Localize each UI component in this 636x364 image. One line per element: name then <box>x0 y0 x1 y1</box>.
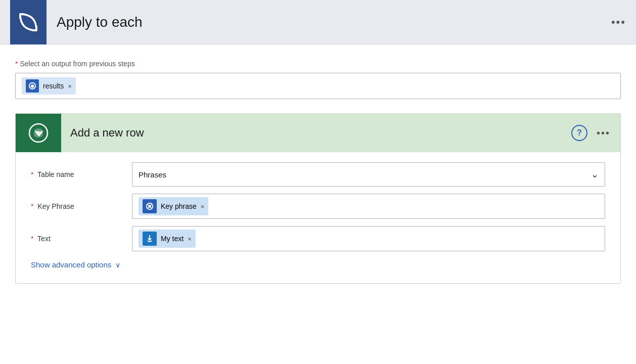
text-field[interactable]: My text × <box>132 226 605 251</box>
help-button[interactable]: ? <box>571 125 587 141</box>
key-phrase-field[interactable]: Key phrase × <box>132 194 605 219</box>
results-tag-close[interactable]: × <box>68 83 72 89</box>
key-phrase-tag[interactable]: Key phrase × <box>139 197 208 215</box>
table-name-value: Phrases <box>139 170 166 179</box>
key-phrase-required-star: * <box>31 202 33 210</box>
cognitive-icon <box>28 81 37 90</box>
key-phrase-tag-icon <box>143 199 157 213</box>
key-phrase-row: * Key Phrase Key phrase × <box>31 194 605 219</box>
key-phrase-label: * Key Phrase <box>31 202 132 210</box>
touch-icon <box>145 234 154 243</box>
card-header: Add a new row ? ••• <box>16 114 620 152</box>
loop-icon <box>18 12 38 32</box>
key-phrase-tag-label: Key phrase <box>161 202 197 210</box>
key-phrase-tag-close[interactable]: × <box>201 203 205 210</box>
header-more-button[interactable]: ••• <box>611 16 626 29</box>
header-icon <box>10 0 47 44</box>
table-name-dropdown[interactable]: Phrases ⌄ <box>132 162 605 187</box>
advanced-options-label: Show advanced options <box>31 260 111 269</box>
output-field[interactable]: results × <box>15 73 621 99</box>
header: Apply to each ••• <box>0 0 636 44</box>
text-row: * Text My text × <box>31 226 605 251</box>
my-text-tag[interactable]: My text × <box>139 230 196 248</box>
card-header-actions: ? ••• <box>571 125 620 141</box>
svg-point-3 <box>36 131 40 135</box>
my-text-tag-label: My text <box>161 235 184 243</box>
main-content: *Select an output from previous steps re… <box>0 44 636 364</box>
table-name-row: * Table name Phrases ⌄ <box>31 162 605 187</box>
results-tag[interactable]: results × <box>22 77 76 95</box>
card-title: Add a new row <box>61 126 571 140</box>
cognitive-phrase-icon <box>145 202 154 211</box>
output-required-star: * <box>15 60 18 68</box>
page-title: Apply to each <box>57 14 611 30</box>
show-advanced-options[interactable]: Show advanced options ∨ <box>31 260 605 269</box>
excel-icon <box>28 122 49 144</box>
table-name-label: * Table name <box>31 170 132 178</box>
text-label: * Text <box>31 235 132 243</box>
chevron-down-icon: ⌄ <box>591 169 599 180</box>
text-required-star: * <box>31 235 33 243</box>
card-header-icon <box>16 114 61 152</box>
card-body: * Table name Phrases ⌄ * Key Phrase <box>16 152 620 283</box>
chevron-icon: ∨ <box>115 261 120 269</box>
my-text-tag-icon <box>143 232 157 246</box>
add-row-card: Add a new row ? ••• * Table name Phrases… <box>15 113 621 284</box>
output-label: *Select an output from previous steps <box>15 60 621 68</box>
card-more-button[interactable]: ••• <box>597 127 610 139</box>
svg-point-1 <box>31 85 34 87</box>
results-tag-icon <box>26 79 39 93</box>
results-tag-label: results <box>43 82 64 90</box>
table-name-required-star: * <box>31 170 33 178</box>
my-text-tag-close[interactable]: × <box>188 236 192 242</box>
